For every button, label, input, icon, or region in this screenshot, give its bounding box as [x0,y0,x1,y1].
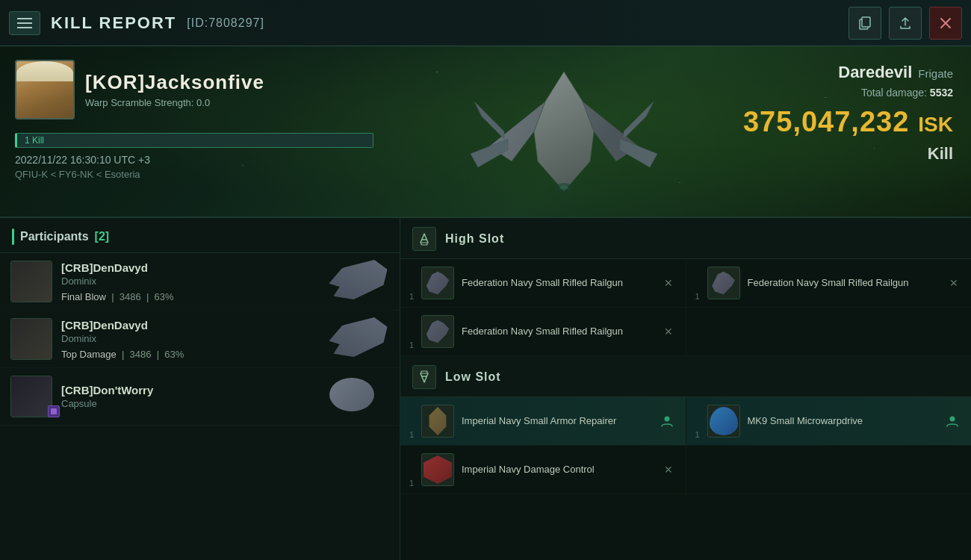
participants-count: [2] [95,230,110,243]
header-title: KILL REPORT [51,13,176,33]
participant-info: [CRB]DenDavyd Dominix Top Damage | 3486 … [61,319,320,360]
participant-ship: Capsule [61,398,320,409]
ship-class: Frigate [918,67,953,80]
svg-point-8 [950,417,955,422]
kill-type: Kill [928,144,953,164]
participant-info: [CRB]DenDavyd Dominix Final Blow | 3486 … [61,261,320,302]
fit-row: 1 Imperial Navy Damage Control ✕ [400,446,971,494]
location: QFIU-K < FY6-NK < Esoteria [15,169,373,180]
kill-badge: 1 Kill [15,133,373,148]
fit-item[interactable]: 1 MK9 Small Microwarpdrive [686,397,972,445]
remove-item-button[interactable]: ✕ [947,276,961,290]
fit-row: 1 Federation Navy Small Rifled Railgun ✕… [400,259,971,308]
fit-item[interactable]: 1 Federation Navy Small Rifled Railgun ✕ [686,259,972,307]
svg-rect-1 [862,17,870,27]
item-name: Federation Navy Small Rifled Railgun [462,325,654,338]
svg-rect-5 [421,243,427,245]
fit-item[interactable]: 1 Federation Navy Small Rifled Railgun ✕ [400,308,686,355]
header-bar [12,228,14,245]
role-badge [48,405,60,417]
hero-right: Daredevil Frigate Total damage: 5532 375… [739,46,971,217]
ship-icon [329,378,389,415]
pilot-indicator [944,413,961,429]
participants-header: Participants [2] [0,218,400,253]
menu-button[interactable] [9,11,40,35]
datetime: 2022/11/22 16:30:10 UTC +3 [15,154,373,166]
participant-info: [CRB]Don'tWorry Capsule [61,384,320,409]
fit-item[interactable]: 1 Imperial Navy Damage Control ✕ [400,446,686,494]
total-damage-label: Total damage: [861,87,927,99]
player-avatar [15,60,75,119]
item-name: Federation Navy Small Rifled Railgun [748,276,940,290]
player-name: [KOR]Jacksonfive [85,71,264,94]
high-slot-icon [412,227,436,251]
participants-title: Participants [20,230,89,243]
low-slot-icon [412,365,436,389]
item-name: Imperial Navy Small Armor Repairer [462,414,651,428]
low-slot-section: Low Slot 1 Imperial Navy Small Armor Rep… [400,356,971,494]
fit-item[interactable]: 1 Imperial Navy Small Armor Repairer [400,397,686,445]
participant-item[interactable]: [CRB]Don'tWorry Capsule [0,368,400,426]
repairer-item-icon [421,405,454,438]
svg-point-7 [664,417,669,422]
railgun-item-icon [421,267,454,299]
dmg-ctrl-item-icon [421,453,454,486]
railgun-item-icon [421,315,454,348]
total-damage-line: Total damage: 5532 [861,87,953,99]
high-slot-title: High Slot [445,232,504,246]
fit-item-empty [686,308,972,355]
remove-item-button[interactable]: ✕ [662,463,675,476]
isk-amount: 375,047,232 [743,106,909,138]
participant-item[interactable]: [CRB]DenDavyd Dominix Top Damage | 3486 … [0,311,400,368]
header-id: [ID:7808297] [187,16,264,30]
participant-ship: Dominix [61,333,320,344]
fit-item-empty [686,446,972,494]
participant-name: [CRB]DenDavyd [61,261,320,274]
export-button[interactable] [889,7,922,40]
ship-name: Daredevil [838,63,912,82]
main-content: Participants [2] [CRB]DenDavyd Dominix F… [0,218,971,560]
participants-panel: Participants [2] [CRB]DenDavyd Dominix F… [0,218,400,560]
item-name: Federation Navy Small Rifled Railgun [462,276,654,290]
participant-name: [CRB]DenDavyd [61,319,320,332]
header: KILL REPORT [ID:7808297] [0,0,971,46]
mwd-item-icon [707,405,740,438]
item-name: MK9 Small Microwarpdrive [748,414,937,428]
participant-avatar [10,376,52,417]
close-button[interactable] [929,7,962,40]
total-damage-value: 5532 [930,87,953,99]
ship-icon [329,320,389,358]
railgun-item-icon [707,267,740,299]
item-name: Imperial Navy Damage Control [462,463,654,476]
participant-avatar [10,261,52,302]
warp-scramble: Warp Scramble Strength: 0.0 [85,97,264,108]
low-slot-header: Low Slot [400,356,971,397]
svg-point-3 [559,185,568,190]
fit-row: 1 Federation Navy Small Rifled Railgun ✕ [400,308,971,356]
fit-panel: High Slot 1 Federation Navy Small Rifled… [400,218,971,560]
participant-ship: Dominix [61,276,320,287]
participant-avatar [10,318,52,360]
fit-row: 1 Imperial Navy Small Armor Repairer 1 [400,397,971,446]
pilot-indicator [659,413,675,429]
participant-stats: Top Damage | 3486 | 63% [61,349,320,360]
ship-icon [329,263,389,300]
header-actions [849,7,962,40]
fit-item[interactable]: 1 Federation Navy Small Rifled Railgun ✕ [400,259,686,307]
ship-display [388,46,739,217]
participant-item[interactable]: [CRB]DenDavyd Dominix Final Blow | 3486 … [0,253,400,311]
hero-left: [KOR]Jacksonfive Warp Scramble Strength:… [0,46,388,217]
high-slot-header: High Slot [400,218,971,259]
low-slot-title: Low Slot [445,370,501,384]
svg-rect-4 [51,408,57,414]
remove-item-button[interactable]: ✕ [662,276,675,290]
high-slot-section: High Slot 1 Federation Navy Small Rifled… [400,218,971,356]
participant-name: [CRB]Don'tWorry [61,384,320,396]
remove-item-button[interactable]: ✕ [662,325,675,338]
hero-section: [KOR]Jacksonfive Warp Scramble Strength:… [0,46,971,218]
copy-button[interactable] [849,7,881,40]
player-row: [KOR]Jacksonfive Warp Scramble Strength:… [15,60,373,119]
participant-stats: Final Blow | 3486 | 63% [61,291,320,302]
isk-label: ISK [918,113,953,137]
svg-rect-6 [421,371,427,373]
